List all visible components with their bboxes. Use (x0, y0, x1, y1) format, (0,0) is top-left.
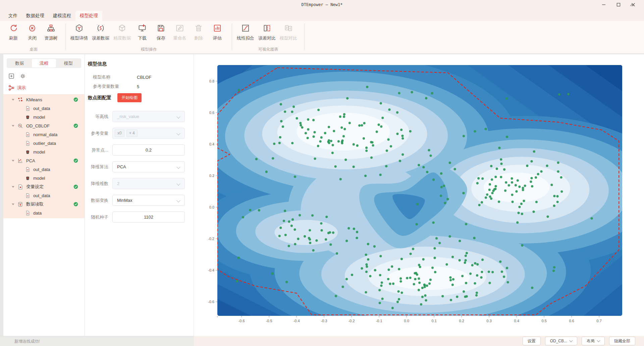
number-input-7[interactable]: 1102 (112, 212, 185, 223)
menu-tab-2[interactable]: 数据处理 (22, 11, 49, 21)
ribbon-button-label: 删除 (194, 35, 203, 41)
tree-node-PCA[interactable]: PCA (3, 156, 85, 165)
svg-text:-0.4: -0.4 (293, 319, 300, 323)
tree-leaf-label: model (33, 176, 45, 181)
chevron-down-icon (176, 182, 180, 185)
tree-leaf-normal_data[interactable]: normal_data (3, 130, 85, 139)
menu-tab-3[interactable]: 建模流程 (49, 11, 75, 21)
success-check-icon (73, 184, 78, 189)
cube-button: 精度数据 (111, 22, 133, 41)
download-monitor-button[interactable]: 下载 (133, 22, 152, 41)
collapse-ribbon-button[interactable] (629, 3, 636, 8)
chevron-down-icon (176, 198, 180, 202)
select-6[interactable]: MinMax (112, 195, 185, 206)
start-plot-button[interactable]: 开始绘图 (117, 93, 142, 102)
tree-leaf-data[interactable]: data (3, 209, 85, 217)
tree-leaf-out_data[interactable]: out_data (3, 165, 85, 174)
tree-leaf-model[interactable]: model (3, 113, 85, 121)
tree-node-KMeans[interactable]: KMeans (3, 95, 85, 104)
tree-node-label: OD_CBLOF (26, 123, 50, 128)
tree-node-OD_CBLOF[interactable]: OD_CBLOF (3, 121, 85, 130)
tree-leaf-label: out_data (33, 167, 50, 172)
svg-text:0.0: 0.0 (404, 319, 409, 323)
add-node-button[interactable] (8, 73, 14, 79)
error-compare-button[interactable]: 误差对比 (256, 22, 278, 41)
error-data-icon (96, 24, 105, 33)
minimize-icon (602, 3, 606, 7)
field-row-5: 降维维数2 (85, 178, 185, 189)
flow-demo-item[interactable]: 演示 (8, 85, 85, 91)
fit-curve-button[interactable]: 线性拟合 (235, 22, 256, 41)
sidebar-tab-数据[interactable]: 数据 (7, 59, 32, 67)
tree-node-数据读取[interactable]: 数据读取 (3, 200, 85, 209)
svg-text:0.4: 0.4 (209, 142, 214, 146)
menu-tab-1[interactable]: 文件 (4, 11, 22, 21)
tree-leaf-out_data[interactable]: out_data (3, 191, 85, 200)
svg-text:-0.4: -0.4 (208, 268, 214, 272)
tree-leaf-out_data[interactable]: out_data (3, 104, 85, 113)
menu-bar: 文件数据处理建模流程模型处理 (0, 9, 644, 21)
close-circle-button[interactable]: 关闭 (23, 22, 42, 41)
data-file-icon (25, 132, 30, 137)
caret-down-icon[interactable] (12, 204, 14, 205)
footer-button-1[interactable]: 设置 (523, 337, 541, 345)
select-5: 2 (112, 178, 185, 189)
sidebar-tab-流程[interactable]: 流程 (32, 59, 56, 67)
ribbon-group-3: 线性拟合误差对比模型对比可视化图表 (232, 21, 305, 53)
caret-down-icon[interactable] (12, 99, 14, 101)
chart-panel: -0.6-0.5-0.4-0.3-0.2-0.10.00.10.20.30.40… (194, 54, 644, 336)
svg-text:-0.1: -0.1 (376, 319, 382, 323)
tree-leaf-model[interactable]: model (3, 174, 85, 182)
svg-text:-0.2: -0.2 (208, 237, 214, 241)
tree-node-变量设定[interactable]: 变量设定 (3, 182, 85, 191)
data-read-icon (17, 201, 23, 207)
resource-tree-button[interactable]: 资源树 (42, 22, 60, 41)
tree-leaf-label: normal_data (33, 132, 57, 137)
hexagon-y-button[interactable]: 模型详情 (68, 22, 90, 41)
number-input-3[interactable]: 0.2 (112, 145, 185, 156)
svg-text:0.6: 0.6 (209, 111, 214, 115)
ribbon-group-2: 模型详情误差数据精度数据下载保存重命名删除评估模型操作 (66, 21, 232, 53)
caret-down-icon[interactable] (12, 160, 14, 162)
tree-leaf-label: out_data (33, 106, 50, 111)
error-data-button[interactable]: 误差数据 (90, 22, 111, 41)
footer-button-4[interactable]: 隐藏全部 (609, 337, 635, 345)
maximize-button[interactable] (611, 1, 626, 9)
caret-down-icon[interactable] (12, 186, 14, 188)
resource-tree-icon (47, 24, 55, 33)
tree-node-label: 数据读取 (26, 201, 44, 207)
menu-tab-4[interactable]: 模型处理 (75, 11, 102, 21)
data-file-icon (25, 141, 30, 146)
tree-leaf-label: out_data (33, 193, 50, 198)
footer-button-2[interactable]: OD_CB... (545, 337, 577, 345)
sidebar-tab-模型[interactable]: 模型 (56, 59, 80, 67)
save-button[interactable]: 保存 (152, 22, 170, 41)
success-check-icon (73, 202, 78, 207)
gear-icon (20, 73, 26, 79)
svg-text:0.8: 0.8 (209, 79, 214, 83)
tag: x0 (115, 129, 124, 137)
ribbon-button-label: 线性拟合 (237, 35, 254, 41)
settings-button[interactable] (20, 73, 26, 79)
select-value: PCA (117, 164, 126, 169)
status-message-area: 新增连线成功! (0, 336, 194, 346)
info-value: 5 (137, 84, 139, 89)
tree-leaf-outlier_data[interactable]: outlier_data (3, 139, 85, 148)
field-row-4: 降维算法PCA (85, 161, 185, 173)
bar-chart-button[interactable]: 评估 (208, 22, 227, 41)
chevron-down-icon (176, 131, 180, 135)
tree-leaf-label: model (33, 115, 45, 120)
caret-down-icon[interactable] (12, 125, 14, 127)
success-check-icon (73, 123, 78, 128)
tree-leaf-model[interactable]: model (3, 148, 85, 156)
select-4[interactable]: PCA (112, 161, 185, 172)
window-title: DTEmpower — New1* (0, 0, 644, 9)
footer-button-3[interactable]: 布局 (582, 337, 605, 345)
trash-icon (194, 24, 203, 33)
svg-text:-0.3: -0.3 (321, 319, 327, 323)
refresh-button[interactable]: 刷新 (4, 22, 23, 41)
var-set-icon (17, 184, 23, 190)
tree-node-label: PCA (26, 158, 35, 163)
minimize-button[interactable] (596, 1, 611, 9)
tree-leaf-label: outlier_data (33, 141, 56, 146)
